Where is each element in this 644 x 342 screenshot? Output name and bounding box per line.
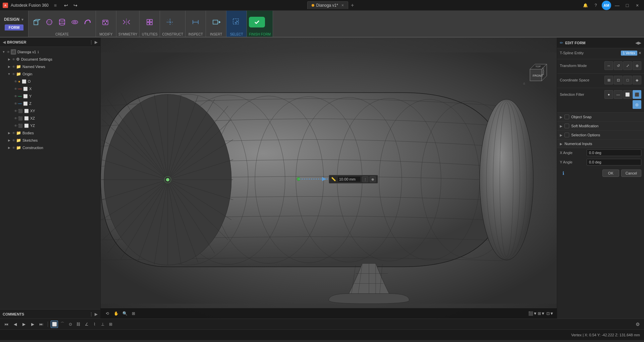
construction-visibility[interactable]: 👁: [11, 145, 16, 150]
modify-label[interactable]: MODIFY: [98, 32, 114, 36]
inspect-label[interactable]: INSPECT: [187, 32, 204, 36]
filter-face-button[interactable]: ⬜: [623, 90, 632, 99]
undo-button[interactable]: ↩: [62, 1, 70, 10]
select-chain-icon[interactable]: ⛓: [75, 321, 82, 328]
form-tab[interactable]: FORM: [5, 24, 23, 30]
doc-settings-visibility[interactable]: 👁: [11, 57, 16, 62]
selection-options-header[interactable]: ▶ Selection Options: [557, 131, 644, 140]
cancel-button[interactable]: Cancel: [621, 169, 641, 177]
utilities-button[interactable]: [142, 17, 158, 27]
select-angle-icon[interactable]: ∠: [83, 321, 90, 328]
o-visibility[interactable]: 👁: [13, 79, 18, 84]
object-snap-header[interactable]: ▶ Object Snap: [557, 113, 644, 122]
coord-world-button[interactable]: ⊞: [604, 76, 613, 84]
filter-body-button[interactable]: ⬛: [633, 90, 641, 99]
create-box-button[interactable]: [31, 17, 43, 27]
select-label[interactable]: SELECT: [228, 32, 245, 36]
play-from-start-button[interactable]: ⏮: [3, 321, 10, 328]
y-visibility[interactable]: 👁: [13, 94, 18, 98]
grid-button[interactable]: ⊞▼: [537, 310, 545, 318]
select-rect-icon[interactable]: ⬜: [51, 321, 58, 328]
origin-visibility[interactable]: 👁: [11, 72, 16, 76]
insert-button[interactable]: [208, 17, 224, 27]
comments-options-button[interactable]: ⋮: [89, 312, 93, 317]
browser-options-button[interactable]: ⋮: [89, 40, 93, 45]
tree-origin-x[interactable]: 👁 — ⬜ X: [0, 85, 100, 92]
insert-label[interactable]: INSERT: [208, 32, 224, 36]
tree-origin-xz[interactable]: 👁 ⬛ ⬜ XZ: [0, 115, 100, 122]
coord-screen-button[interactable]: □: [623, 76, 632, 84]
root-info-icon[interactable]: ℹ: [38, 50, 39, 54]
object-snap-checkbox[interactable]: [565, 115, 569, 119]
finish-form-button[interactable]: [249, 17, 265, 27]
tree-origin[interactable]: ▼ 👁 📁 Origin: [0, 70, 100, 78]
tree-bodies[interactable]: ▶ 👁 📁 Bodies: [0, 129, 100, 137]
xz-visibility[interactable]: 👁: [13, 116, 18, 121]
play-to-end-button[interactable]: ⏭: [38, 321, 45, 328]
soft-modification-header[interactable]: ▶ Soft Modification: [557, 122, 644, 131]
transform-all-button[interactable]: ⊕: [633, 61, 641, 70]
document-tab[interactable]: Dianoga v1* ×: [307, 1, 348, 9]
browser-back-icon[interactable]: ◀: [3, 40, 6, 45]
comments-collapse-button[interactable]: ▶: [95, 312, 98, 317]
design-mode-button[interactable]: DESIGN ▼ FORM: [0, 11, 29, 37]
notification-icon[interactable]: 🔔: [582, 1, 590, 9]
minimize-button[interactable]: —: [613, 1, 621, 9]
select-paint-icon[interactable]: ⊙: [67, 321, 74, 328]
select-tangent-icon[interactable]: ⌇: [91, 321, 98, 328]
symmetry-button[interactable]: [118, 17, 135, 27]
tree-origin-z[interactable]: 👁 — ⬜ Z: [0, 100, 100, 107]
symmetry-label[interactable]: SYMMETRY: [118, 32, 138, 36]
orbit-button[interactable]: ⟲: [103, 310, 111, 318]
dimension-value-input[interactable]: [337, 176, 361, 182]
panel-expand-button[interactable]: ◀▶: [635, 41, 641, 45]
pan-button[interactable]: ✋: [112, 310, 120, 318]
soft-mod-checkbox[interactable]: [565, 124, 569, 128]
tree-origin-o[interactable]: 👁 ● ⬜ O: [0, 78, 100, 85]
select-fill-icon[interactable]: ⊞: [107, 321, 114, 328]
create-label[interactable]: CREATE: [31, 32, 94, 36]
tree-construction[interactable]: ▶ 👁 📁 Construction: [0, 144, 100, 151]
sel-options-checkbox[interactable]: [565, 133, 569, 137]
tab-close-button[interactable]: ×: [341, 3, 344, 8]
coord-view-button[interactable]: ◈: [633, 76, 641, 84]
settings-icon[interactable]: ⚙: [634, 321, 641, 328]
tree-document-settings[interactable]: ▶ 👁 ⚙ Document Settings: [0, 56, 100, 63]
browser-collapse-button[interactable]: ▶: [95, 40, 98, 45]
view-toggle-button[interactable]: ⊡▼: [546, 310, 554, 318]
help-button[interactable]: ?: [592, 1, 600, 9]
fit-button[interactable]: ⊞: [129, 310, 138, 318]
ok-button[interactable]: OK: [602, 169, 619, 177]
tree-origin-yz[interactable]: 👁 ⬛ ⬜ YZ: [0, 122, 100, 129]
bodies-visibility[interactable]: 👁: [11, 131, 16, 135]
info-icon[interactable]: ℹ: [560, 170, 567, 176]
y-angle-input[interactable]: [587, 159, 641, 165]
utilities-label[interactable]: UTILITIES: [142, 32, 158, 36]
finish-form-label[interactable]: FINISH FORM: [249, 32, 271, 36]
prev-frame-button[interactable]: ◀: [11, 321, 19, 328]
select-lasso-icon[interactable]: ⌒: [59, 321, 66, 328]
tree-origin-y[interactable]: 👁 — ⬜ Y: [0, 92, 100, 100]
select-perp-icon[interactable]: ⊥: [99, 321, 106, 328]
tree-sketches[interactable]: ▶ 👁 📁 Sketches: [0, 137, 100, 144]
next-frame-button[interactable]: ▶: [29, 321, 36, 328]
display-mode-button[interactable]: ⬛▼: [529, 310, 537, 318]
select-button[interactable]: [228, 17, 245, 27]
transform-scale-button[interactable]: ⤢: [623, 61, 632, 70]
create-sphere-button[interactable]: [43, 17, 55, 27]
named-views-visibility[interactable]: 👁: [11, 64, 16, 69]
construct-button[interactable]: [162, 17, 178, 27]
user-avatar[interactable]: AM: [602, 1, 611, 10]
viewport[interactable]: FRONT TOP RIGHT ⌂ 📏 ⋮ ⊕ ⟲ ✋ 🔍 ⊞ ⬛▼: [101, 38, 557, 319]
xy-visibility[interactable]: 👁: [13, 109, 18, 113]
redo-button[interactable]: ↪: [71, 1, 79, 10]
new-tab-button[interactable]: +: [351, 2, 354, 8]
filter-vertex-button[interactable]: ●: [604, 90, 613, 99]
coord-local-button[interactable]: ⊡: [614, 76, 623, 84]
x-visibility[interactable]: 👁: [13, 86, 18, 91]
x-angle-input[interactable]: [587, 149, 641, 156]
root-visibility-icon[interactable]: 👁: [6, 50, 11, 54]
z-visibility[interactable]: 👁: [13, 101, 18, 106]
maximize-button[interactable]: □: [623, 1, 631, 9]
dimension-add-button[interactable]: ⊕: [370, 176, 376, 182]
